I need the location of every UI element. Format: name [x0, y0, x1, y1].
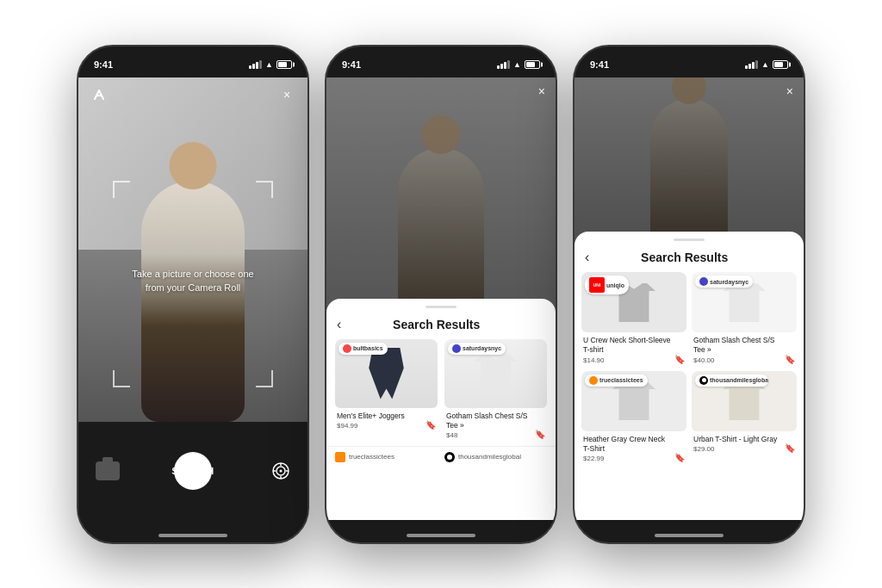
product-price-tmg: $29.00 [693, 445, 795, 453]
brand-label-tmg: thousandmilesglobal [710, 377, 768, 383]
home-indicator-1 [158, 534, 227, 537]
brand-chip-uniqlo: UNI uniqlo [585, 275, 629, 294]
close-button-3[interactable]: × [786, 84, 793, 98]
product-name-trueclassic: Heather Gray Crew Neck T-Shirt [583, 435, 685, 454]
product-name-saturdays: Gotham Slash Chest S/S Tee » [693, 336, 795, 355]
product-price-trueclassic: $22.99 [583, 455, 685, 462]
search-label: SEARCH [171, 466, 214, 476]
brand-chip-trueclassic: trueclassictees [585, 374, 648, 387]
camera-toolbar: SEARCH [78, 422, 307, 519]
product-price-joggers: $94.99 [337, 422, 436, 430]
product-card-tmg[interactable]: thousandmilesglobal Urban T-Shirt - Ligh… [692, 371, 797, 464]
brand-chip-saturdays: saturdaysnyc [695, 275, 753, 288]
bookmark-trueclassic[interactable]: 🔖 [674, 453, 685, 462]
product-name-tee: Gotham Slash Chest S/S Tee » [446, 412, 545, 430]
results-screen-2: × ‹ Search Results bultbasics [326, 77, 556, 520]
product-card-joggers[interactable]: bultbasics Men's Elite+ Joggers $94.99 🔖 [335, 339, 438, 441]
bookmark-saturdays[interactable]: 🔖 [785, 355, 795, 364]
gallery-icon[interactable] [96, 461, 120, 480]
product-price-saturdays: $40.00 [693, 356, 795, 364]
brand-chip-bult: bultbasics [339, 343, 388, 355]
battery-icon [276, 60, 292, 69]
phone-3: 9:41 ▲ × ‹ Search Resu [573, 45, 805, 544]
bookmark-joggers[interactable]: 🔖 [425, 420, 436, 430]
product-info-uniqlo: U Crew Neck Short-Sleeve T-shirt $14.90 … [581, 332, 686, 365]
time-3: 9:41 [590, 59, 609, 70]
product-card-uniqlo[interactable]: UNI uniqlo U Crew Neck Short-Sleeve T-sh… [581, 272, 686, 365]
photo-bg-2: × [326, 77, 556, 321]
bookmark-tmg[interactable]: 🔖 [785, 443, 795, 453]
sheet-title-2: Search Results [341, 318, 531, 331]
product-card-trueclassic[interactable]: trueclassictees Heather Gray Crew Neck T… [581, 371, 686, 464]
brand-logo-icon [89, 84, 109, 105]
product-grid-2: bultbasics Men's Elite+ Joggers $94.99 🔖 [326, 339, 556, 441]
uniqlo-logo: UNI [589, 277, 605, 293]
status-icons-2: ▲ [497, 60, 540, 69]
phone-1: 9:41 ▲ × [77, 45, 309, 544]
product-info-joggers: Men's Elite+ Joggers $94.99 🔖 [335, 408, 438, 431]
brand-label-trueclassic: trueclassictees [599, 377, 643, 383]
home-indicator-3 [655, 534, 724, 537]
bookmark-tee[interactable]: 🔖 [535, 430, 545, 439]
home-indicator-2 [407, 534, 475, 537]
sheet-handle-2 [425, 306, 457, 308]
wifi-icon: ▲ [265, 60, 273, 69]
battery-icon-3 [773, 60, 788, 69]
photo-bg-3: × [575, 77, 804, 245]
brand-label-sat: saturdaysnyc [463, 345, 501, 351]
status-bar-3: 9:41 ▲ [575, 46, 804, 77]
time-2: 9:41 [342, 59, 361, 70]
time-1: 9:41 [94, 59, 113, 70]
camera-instruction: Take a picture or choose one from your C… [124, 267, 262, 295]
brand-label-uniqlo: uniqlo [606, 282, 624, 288]
signal-icon-2 [497, 60, 510, 69]
sheet-handle-3 [674, 238, 705, 241]
phone-2: 9:41 ▲ × ‹ Sear [325, 45, 557, 544]
more-brand-label-1: trueclassictees [349, 453, 394, 461]
status-icons-3: ▲ [745, 60, 788, 69]
sheet-header-3: ‹ Search Results [575, 250, 804, 272]
camera-viewfinder: × Take a picture or choose one from your… [78, 77, 307, 423]
brand-chip-sat: saturdaysnyc [448, 343, 506, 355]
results-screen-3: × ‹ Search Results UNI uniqlo [575, 77, 804, 520]
bookmark-uniqlo[interactable]: 🔖 [674, 355, 685, 364]
more-brand-label-2: thousandmilesglobal [458, 453, 521, 461]
focus-guides [78, 77, 307, 423]
product-price-tee: $48 [446, 431, 545, 439]
product-card-saturdays[interactable]: saturdaysnyc Gotham Slash Chest S/S Tee … [692, 272, 797, 365]
close-button-1[interactable]: × [276, 84, 297, 105]
product-grid-3: UNI uniqlo U Crew Neck Short-Sleeve T-sh… [575, 272, 804, 463]
product-info-trueclassic: Heather Gray Crew Neck T-Shirt $22.99 🔖 [581, 431, 686, 464]
product-name-tmg: Urban T-Shirt - Light Gray [693, 435, 795, 444]
status-bar-1: 9:41 ▲ [78, 46, 307, 77]
battery-icon-2 [525, 60, 540, 69]
status-icons-1: ▲ [249, 60, 292, 69]
signal-icon [249, 60, 262, 69]
brand-label-saturdays: saturdaysnyc [710, 279, 748, 285]
product-info-tmg: Urban T-Shirt - Light Gray $29.00 🔖 [692, 431, 797, 455]
brand-label-bult: bultbasics [353, 345, 383, 351]
product-name-joggers: Men's Elite+ Joggers [337, 412, 436, 421]
results-sheet-2: ‹ Search Results bultbasics Men's Elite+… [326, 299, 556, 520]
sheet-header-2: ‹ Search Results [326, 317, 556, 339]
status-bar-2: 9:41 ▲ [326, 46, 556, 77]
product-card-tee[interactable]: saturdaysnyc Gotham Slash Chest S/S Tee … [444, 339, 547, 441]
close-button-2[interactable]: × [538, 84, 545, 98]
sheet-title-3: Search Results [589, 251, 780, 264]
camera-screen: × Take a picture or choose one from your… [78, 77, 307, 520]
wifi-icon-3: ▲ [761, 60, 769, 69]
product-info-tee: Gotham Slash Chest S/S Tee » $48 🔖 [444, 408, 547, 441]
wifi-icon-2: ▲ [513, 60, 521, 69]
scan-icon[interactable] [271, 461, 290, 480]
results-sheet-3: ‹ Search Results UNI uniqlo U Crew Neck … [575, 232, 804, 519]
signal-icon-3 [745, 60, 758, 69]
product-price-uniqlo: $14.90 [583, 356, 685, 364]
product-info-saturdays: Gotham Slash Chest S/S Tee » $40.00 🔖 [692, 332, 797, 365]
product-name-uniqlo: U Crew Neck Short-Sleeve T-shirt [583, 336, 685, 355]
more-brand-1[interactable]: trueclassictees [335, 452, 438, 462]
brand-chip-tmg: thousandmilesglobal [695, 374, 768, 387]
svg-point-2 [280, 469, 283, 472]
more-brand-2[interactable]: thousandmilesglobal [444, 452, 547, 462]
